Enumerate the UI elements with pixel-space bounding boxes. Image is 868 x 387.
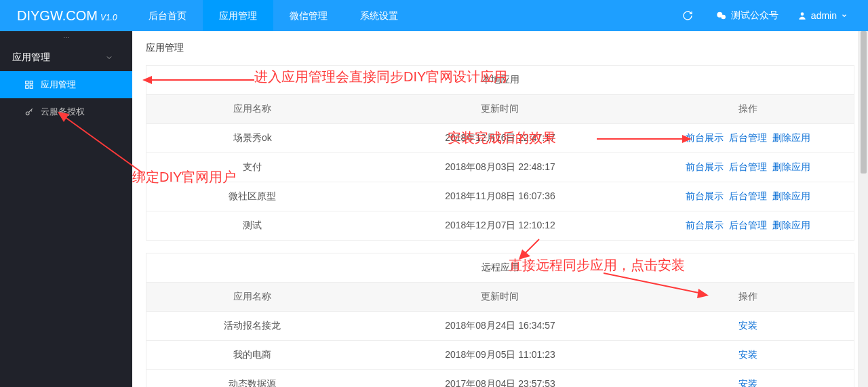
account-menu[interactable]: 测试公众号	[707, 0, 788, 31]
svg-point-2	[801, 12, 804, 16]
svg-point-1	[721, 15, 726, 20]
user-icon	[797, 11, 807, 20]
brand-version: V1.0	[100, 13, 117, 22]
wechat-icon	[716, 10, 727, 21]
user-menu[interactable]: admin	[788, 0, 861, 31]
topnav: 后台首页 应用管理 微信管理 系统设置	[132, 0, 414, 31]
user-label: admin	[811, 10, 837, 21]
chevron-down-icon	[841, 12, 848, 19]
topnav-right: 测试公众号 admin	[673, 0, 868, 31]
topnav-app[interactable]: 应用管理	[203, 0, 273, 31]
topnav-home[interactable]: 后台首页	[132, 0, 203, 31]
topnav-system[interactable]: 系统设置	[344, 0, 414, 31]
topbar: DIYGW.COM V1.0 后台首页 应用管理 微信管理 系统设置 测试公众号…	[0, 0, 868, 31]
topnav-wechat[interactable]: 微信管理	[273, 0, 344, 31]
account-label: 测试公众号	[731, 9, 778, 22]
brand-name: DIYGW.COM	[17, 8, 98, 24]
refresh-icon	[682, 10, 693, 21]
refresh-button[interactable]	[673, 0, 707, 31]
logo[interactable]: DIYGW.COM V1.0	[0, 8, 132, 24]
